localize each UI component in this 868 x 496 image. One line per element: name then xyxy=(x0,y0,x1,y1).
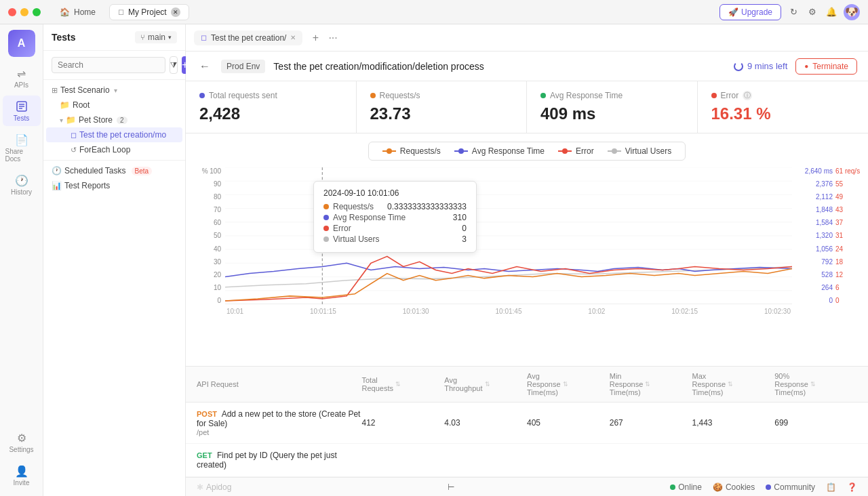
col-label-minresponse: MinResponseTime(ms) xyxy=(610,372,644,396)
stop-icon: ● xyxy=(804,62,808,70)
terminate-button[interactable]: ● Terminate xyxy=(795,58,857,75)
upgrade-button[interactable]: 🚀 Upgrade xyxy=(719,4,781,20)
tooltip-dot-vusers xyxy=(323,236,329,242)
refresh-icon[interactable]: ↻ xyxy=(787,5,800,19)
row2-method: GET xyxy=(197,451,212,459)
tree-section: ⊞ Test Scenario ▾ 📁 Root ▾ 📁 Pet Store 2… xyxy=(43,80,185,496)
more-tabs-button[interactable]: ··· xyxy=(328,32,337,44)
row1-path: /pet xyxy=(197,428,362,436)
bottom-clipboard[interactable]: 📋 xyxy=(826,482,836,492)
test-tab-icon: ◻ xyxy=(201,33,207,42)
bottom-help[interactable]: ❓ xyxy=(847,482,857,492)
sidebar-item-tests[interactable]: Tests xyxy=(3,96,41,126)
tree-item-scenario[interactable]: ⊞ Test Scenario ▾ xyxy=(46,83,182,98)
sort-avgresponse-icon[interactable]: ⇅ xyxy=(563,381,568,388)
sort-90pct-icon[interactable]: ⇅ xyxy=(810,381,816,388)
tooltip-row-rps: Requests/s 0.3333333333333333 xyxy=(323,202,467,211)
bottom-community[interactable]: Community xyxy=(766,482,815,492)
col-api-request: API Request xyxy=(197,372,362,396)
tree-item-test-create[interactable]: ◻ Test the pet creation/mo xyxy=(46,127,182,142)
metric-label-text-total: Total requests sent xyxy=(209,91,277,100)
tooltip-dot-error xyxy=(323,226,329,231)
timer-badge: 9 mins left xyxy=(734,61,787,71)
metric-requests-per-sec: Requests/s 23.73 xyxy=(357,81,528,133)
tree-item-petstore[interactable]: ▾ 📁 Pet Store 2 xyxy=(46,112,182,127)
tree-item-reports[interactable]: 📊 Test Reports xyxy=(46,178,182,193)
add-tab-button[interactable]: + xyxy=(308,30,323,45)
row1-method-path: POST Add a new pet to the store (Create … xyxy=(197,409,362,428)
divider-1 xyxy=(43,160,185,161)
sidebar-item-apis[interactable]: ⇌ APIs xyxy=(3,62,41,93)
collapse-icon[interactable]: ⊢ xyxy=(448,482,454,492)
invite-icon: 👤 xyxy=(15,464,28,478)
gear-icon[interactable]: ⚙ xyxy=(806,5,819,19)
tooltip-key-rps: Requests/s xyxy=(333,202,374,211)
row2-name: Find pet by ID (Query the pet just creat… xyxy=(197,451,337,470)
tree-item-foreach[interactable]: ↺ ForEach Loop xyxy=(46,142,182,157)
scenario-label: Test Scenario xyxy=(60,85,110,95)
api-icon: ⇌ xyxy=(15,66,28,80)
metric-dot-avg xyxy=(540,93,546,98)
sidebar-label-invite: Invite xyxy=(14,479,30,487)
row2-api: GET Find pet by ID (Query the pet just c… xyxy=(197,451,362,470)
col-label-maxresponse: MaxResponseTime(ms) xyxy=(692,372,726,396)
metric-label-avg: Avg Response Time xyxy=(540,91,684,100)
metric-info-icon[interactable]: ⓘ xyxy=(743,91,752,100)
app-logo[interactable]: A xyxy=(8,30,35,57)
sidebar-item-sharedocs[interactable]: 📄 Share Docs xyxy=(3,129,41,167)
sort-maxresponse-icon[interactable]: ⇅ xyxy=(728,381,733,388)
tooltip-label-avg: Avg Response Time xyxy=(323,213,406,222)
sidebar-label-tests: Tests xyxy=(14,115,29,122)
metric-label-total: Total requests sent xyxy=(199,91,342,100)
search-input[interactable] xyxy=(52,57,165,73)
panel-header: Tests ⑂ main ▾ xyxy=(43,24,185,51)
sidebar-item-settings[interactable]: ⚙ Settings xyxy=(3,427,41,457)
community-label: Community xyxy=(774,482,815,492)
env-tag: Prod Env xyxy=(221,60,265,73)
apidog-logo-footer: ✱ Apidog xyxy=(197,482,231,492)
branch-selector[interactable]: ⑂ main ▾ xyxy=(135,31,177,43)
clipboard-icon: 📋 xyxy=(826,482,836,492)
tree-item-scheduled[interactable]: 🕐 Scheduled Tasks Beta xyxy=(46,163,182,178)
minimize-button[interactable] xyxy=(20,8,28,16)
tooltip-label-rps: Requests/s xyxy=(323,202,374,211)
avatar[interactable]: 🐶 xyxy=(844,4,860,20)
petstore-count-badge: 2 xyxy=(117,117,127,124)
legend-error: Error xyxy=(558,146,594,156)
report-icon: 📊 xyxy=(52,181,62,190)
bottom-cookies[interactable]: 🍪 Cookies xyxy=(713,482,755,492)
x-axis: 10:01 10:01:15 10:01:30 10:01:45 10:02 1… xyxy=(225,308,792,315)
online-label: Online xyxy=(678,482,702,492)
legend-label-requests: Requests/s xyxy=(400,146,441,156)
sort-total-icon[interactable]: ⇅ xyxy=(395,381,401,388)
bell-icon[interactable]: 🔔 xyxy=(825,5,838,19)
beta-badge: Beta xyxy=(132,167,153,175)
tab-close-button[interactable]: ✕ xyxy=(171,7,180,17)
tab-project[interactable]: ◻ My Project ✕ xyxy=(109,4,189,20)
filter-button[interactable]: ⧩ xyxy=(170,56,178,74)
table-header: API Request TotalRequests ⇅ AvgThroughpu… xyxy=(186,367,868,402)
bottom-online[interactable]: Online xyxy=(670,482,702,492)
content-tab-test[interactable]: ◻ Test the pet creation/ ✕ xyxy=(194,30,302,45)
docs-icon: 📄 xyxy=(15,133,28,146)
sidebar-item-invite[interactable]: 👤 Invite xyxy=(3,460,41,491)
tooltip-dot-avg xyxy=(323,215,329,220)
content-tab-close[interactable]: ✕ xyxy=(290,34,296,41)
table-row: POST Add a new pet to the store (Create … xyxy=(186,402,868,444)
env-bar: ← Prod Env Test the pet creation/modific… xyxy=(186,51,868,81)
petstore-label: Pet Store xyxy=(79,115,113,125)
test-create-label: Test the pet creation/mo xyxy=(79,130,166,140)
maximize-button[interactable] xyxy=(33,8,41,16)
tree-item-root[interactable]: 📁 Root xyxy=(46,98,182,112)
titlebar-actions: 🚀 Upgrade ↻ ⚙ 🔔 🐶 xyxy=(719,4,860,20)
sort-minresponse-icon[interactable]: ⇅ xyxy=(645,381,650,388)
sort-throughput-icon[interactable]: ⇅ xyxy=(485,381,490,388)
upgrade-icon: 🚀 xyxy=(728,7,738,17)
legend-label-vusers: Virtual Users xyxy=(625,146,671,156)
back-button[interactable]: ← xyxy=(197,58,213,75)
metrics-row: Total requests sent 2,428 Requests/s 23.… xyxy=(186,81,868,133)
sidebar-item-history[interactable]: 🕐 History xyxy=(3,169,41,200)
close-button[interactable] xyxy=(8,8,16,16)
tab-home[interactable]: 🏠 Home xyxy=(52,5,104,20)
loop-icon: ↺ xyxy=(71,146,77,154)
